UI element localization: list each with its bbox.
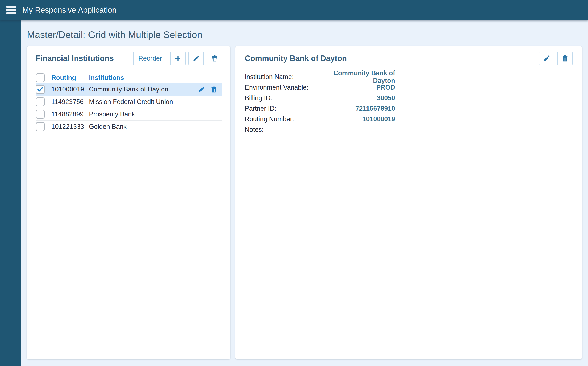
row-routing: 101221333 bbox=[51, 123, 89, 130]
detail-field-value: 30050 bbox=[321, 94, 395, 102]
table-row[interactable]: 101000019 Community Bank of Dayton bbox=[36, 83, 222, 96]
detail-field-label: Partner ID: bbox=[245, 105, 321, 112]
select-all-checkbox[interactable] bbox=[36, 73, 45, 82]
detail-field-value: PROD bbox=[321, 84, 395, 91]
main-content: Master/Detail: Grid with Multiple Select… bbox=[21, 20, 588, 366]
column-header-routing[interactable]: Routing bbox=[51, 74, 89, 82]
row-checkbox[interactable] bbox=[36, 85, 45, 94]
row-routing: 114882899 bbox=[51, 110, 89, 118]
detail-field-row: Billing ID: 30050 bbox=[245, 93, 395, 103]
detail-field-label: Billing ID: bbox=[245, 94, 321, 102]
table-row[interactable]: 101221333 Golden Bank bbox=[36, 121, 222, 133]
row-checkbox[interactable] bbox=[36, 110, 45, 119]
row-actions bbox=[198, 86, 222, 93]
grid-header-row: Routing Institutions bbox=[36, 72, 222, 83]
row-routing: 101000019 bbox=[51, 86, 89, 93]
detail-panel-header: Community Bank of Dayton bbox=[245, 52, 573, 65]
edit-button[interactable] bbox=[189, 52, 204, 65]
row-routing: 114923756 bbox=[51, 98, 89, 106]
detail-panel: Community Bank of Dayton Institution Nam… bbox=[235, 46, 582, 359]
detail-field-label: Institution Name: bbox=[245, 73, 321, 81]
row-checkbox[interactable] bbox=[36, 97, 45, 106]
master-toolbar: Reorder bbox=[133, 52, 222, 65]
add-button[interactable] bbox=[170, 52, 185, 65]
trash-icon bbox=[211, 55, 218, 62]
row-edit-button[interactable] bbox=[198, 86, 205, 93]
detail-fields: Institution Name: Community Bank of Dayt… bbox=[245, 72, 395, 135]
detail-field-value: Community Bank of Dayton bbox=[321, 69, 395, 84]
table-row[interactable]: 114882899 Prosperity Bank bbox=[36, 108, 222, 121]
row-institution: Mission Federal Credit Union bbox=[89, 98, 198, 106]
trash-icon bbox=[561, 55, 569, 62]
row-institution: Community Bank of Dayton bbox=[89, 86, 198, 93]
institutions-grid: Routing Institutions 101000019 Community… bbox=[36, 72, 222, 133]
row-delete-button[interactable] bbox=[210, 86, 218, 93]
detail-delete-button[interactable] bbox=[557, 52, 573, 65]
detail-field-row: Notes: bbox=[245, 124, 395, 135]
side-rail bbox=[0, 20, 21, 366]
detail-field-label: Environment Variable: bbox=[245, 84, 321, 91]
trash-icon bbox=[210, 86, 218, 93]
plus-icon bbox=[174, 55, 182, 62]
detail-edit-button[interactable] bbox=[539, 52, 554, 65]
reorder-button[interactable]: Reorder bbox=[133, 52, 167, 65]
hamburger-menu-icon[interactable] bbox=[6, 6, 16, 14]
detail-field-value: 72115678910 bbox=[321, 105, 395, 112]
detail-panel-title: Community Bank of Dayton bbox=[245, 54, 347, 63]
detail-field-row: Partner ID: 72115678910 bbox=[245, 103, 395, 114]
delete-button[interactable] bbox=[207, 52, 222, 65]
checkmark-icon bbox=[37, 86, 43, 92]
row-institution: Golden Bank bbox=[89, 123, 198, 130]
detail-field-row: Institution Name: Community Bank of Dayt… bbox=[245, 72, 395, 82]
pencil-icon bbox=[198, 86, 205, 93]
app-header: My Responsive Application bbox=[0, 0, 588, 20]
grid-rows: 101000019 Community Bank of Dayton 11492… bbox=[36, 83, 222, 133]
row-checkbox[interactable] bbox=[36, 122, 45, 131]
pencil-icon bbox=[192, 55, 200, 62]
detail-field-value: 101000019 bbox=[321, 115, 395, 123]
table-row[interactable]: 114923756 Mission Federal Credit Union bbox=[36, 96, 222, 108]
column-header-institutions[interactable]: Institutions bbox=[89, 74, 222, 82]
detail-field-label: Notes: bbox=[245, 126, 321, 133]
page-title: Master/Detail: Grid with Multiple Select… bbox=[27, 29, 582, 40]
pencil-icon bbox=[543, 55, 551, 62]
panels-container: Financial Institutions Reorder bbox=[27, 46, 582, 359]
detail-toolbar bbox=[539, 52, 573, 65]
master-panel-title: Financial Institutions bbox=[36, 54, 114, 63]
detail-field-row: Environment Variable: PROD bbox=[245, 82, 395, 93]
master-panel-header: Financial Institutions Reorder bbox=[36, 52, 222, 65]
row-institution: Prosperity Bank bbox=[89, 110, 198, 118]
master-panel: Financial Institutions Reorder bbox=[27, 46, 230, 359]
app-title: My Responsive Application bbox=[22, 6, 117, 15]
detail-field-label: Routing Number: bbox=[245, 115, 321, 123]
detail-field-row: Routing Number: 101000019 bbox=[245, 114, 395, 124]
